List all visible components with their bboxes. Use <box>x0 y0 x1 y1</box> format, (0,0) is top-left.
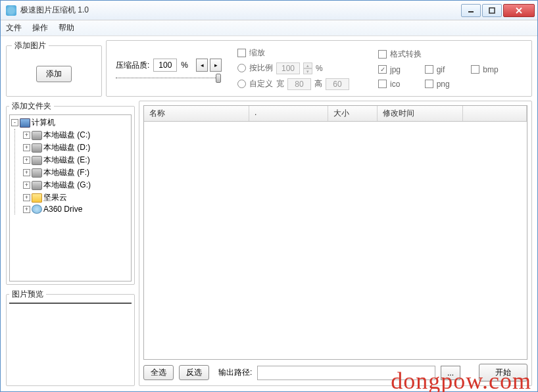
format-checkbox[interactable] <box>378 50 387 59</box>
invert-select-button[interactable]: 反选 <box>179 365 209 380</box>
folder-legend: 添加文件夹 <box>9 101 54 112</box>
tree-node[interactable]: +坚果云 <box>23 191 130 204</box>
gif-label: gif <box>437 65 445 74</box>
bmp-checkbox[interactable] <box>471 65 479 74</box>
quality-input[interactable] <box>153 59 177 72</box>
expand-icon[interactable]: + <box>23 182 30 189</box>
expand-icon[interactable]: + <box>23 132 30 139</box>
menu-file[interactable]: 文件 <box>6 22 22 34</box>
ico-label: ico <box>390 80 400 89</box>
tree-root-label[interactable]: 计算机 <box>32 117 55 128</box>
folder-icon <box>32 193 42 203</box>
tree-node-label[interactable]: 本地磁盘 (E:) <box>43 155 90 166</box>
expand-icon[interactable]: + <box>23 194 30 201</box>
settings-group: 压缩品质: % ◂ ▸ 缩放 <box>106 40 532 97</box>
ratio-percent: % <box>316 64 323 73</box>
ratio-spinner[interactable]: ▴▾ <box>303 62 312 74</box>
quality-label: 压缩品质: <box>116 60 149 71</box>
cloud-icon <box>32 205 42 214</box>
file-panel: 名称 . 大小 修改时间 全选 反选 输出路径: ... 开始 <box>139 101 532 386</box>
maximize-button[interactable] <box>482 4 502 17</box>
expand-icon[interactable]: + <box>23 206 30 213</box>
quality-down-icon[interactable]: ◂ <box>196 59 208 72</box>
output-label: 输出路径: <box>218 367 252 378</box>
folder-tree[interactable]: - 计算机 +本地磁盘 (C:)+本地磁盘 (D:)+本地磁盘 (E:)+本地磁… <box>9 114 132 282</box>
preview-legend: 图片预览 <box>9 289 46 300</box>
custom-label: 自定义 <box>249 78 273 89</box>
tree-node-label[interactable]: 坚果云 <box>43 192 67 203</box>
scale-checkbox[interactable] <box>237 49 246 57</box>
tree-node[interactable]: +本地磁盘 (C:) <box>23 129 130 141</box>
drive-icon <box>32 131 42 140</box>
titlebar: 极速图片压缩机 1.0 <box>1 1 537 20</box>
quality-up-icon[interactable]: ▸ <box>210 59 222 72</box>
tree-node[interactable]: +本地磁盘 (E:) <box>23 154 130 166</box>
ratio-label: 按比例 <box>249 62 273 74</box>
drive-icon <box>32 168 42 178</box>
folder-group: 添加文件夹 - 计算机 +本地磁盘 (C:)+本地磁盘 (D:)+本地磁盘 (E… <box>6 101 135 285</box>
start-button[interactable]: 开始 <box>479 364 527 381</box>
ico-checkbox[interactable] <box>378 80 387 88</box>
png-checkbox[interactable] <box>425 80 433 88</box>
custom-radio[interactable] <box>237 80 246 88</box>
expand-icon[interactable]: + <box>23 157 30 164</box>
col-time[interactable]: 修改时间 <box>378 106 463 121</box>
collapse-icon[interactable]: - <box>11 119 18 126</box>
list-body <box>144 122 527 359</box>
expand-icon[interactable]: + <box>23 169 30 176</box>
width-label: 宽 <box>276 78 284 89</box>
tree-node[interactable]: +本地磁盘 (D:) <box>23 141 130 154</box>
col-ext[interactable]: . <box>249 106 328 121</box>
browse-button[interactable]: ... <box>441 366 460 380</box>
window-title: 极速图片压缩机 1.0 <box>20 5 461 16</box>
bmp-label: bmp <box>483 65 498 74</box>
preview-area <box>9 303 132 304</box>
svg-rect-1 <box>489 8 495 13</box>
select-all-button[interactable]: 全选 <box>143 365 174 380</box>
col-size[interactable]: 大小 <box>328 106 378 121</box>
width-input[interactable] <box>287 78 311 90</box>
close-button[interactable] <box>503 4 535 17</box>
drive-icon <box>32 181 42 190</box>
quality-slider[interactable] <box>116 77 221 78</box>
computer-icon <box>20 118 30 128</box>
scale-label: 缩放 <box>249 47 265 59</box>
tree-node[interactable]: +A360 Drive <box>23 204 130 214</box>
menubar: 文件 操作 帮助 <box>1 20 537 36</box>
tree-node-label[interactable]: A360 Drive <box>43 205 82 214</box>
menu-operate[interactable]: 操作 <box>32 22 48 34</box>
output-path-input[interactable] <box>257 366 435 380</box>
height-label: 高 <box>314 78 322 89</box>
col-name[interactable]: 名称 <box>144 106 249 121</box>
tree-node[interactable]: +本地磁盘 (F:) <box>23 166 130 179</box>
expand-icon[interactable]: + <box>23 144 30 151</box>
quality-percent: % <box>181 61 188 70</box>
gif-checkbox[interactable] <box>425 65 433 74</box>
drive-icon <box>32 156 42 165</box>
jpg-checkbox[interactable] <box>378 65 387 74</box>
drive-icon <box>32 143 42 153</box>
menu-help[interactable]: 帮助 <box>59 22 74 34</box>
app-icon <box>6 5 16 16</box>
tree-node[interactable]: +本地磁盘 (G:) <box>23 179 130 191</box>
minimize-button[interactable] <box>461 4 481 17</box>
preview-group: 图片预览 <box>6 289 135 386</box>
add-button[interactable]: 添加 <box>36 66 72 82</box>
add-image-legend: 添加图片 <box>12 40 49 51</box>
list-header: 名称 . 大小 修改时间 <box>144 106 527 122</box>
format-label: 格式转换 <box>390 49 422 60</box>
tree-node-label[interactable]: 本地磁盘 (D:) <box>43 142 90 153</box>
tree-node-label[interactable]: 本地磁盘 (G:) <box>43 180 91 191</box>
ratio-input[interactable] <box>276 62 300 74</box>
jpg-label: jpg <box>390 65 401 74</box>
png-label: png <box>437 80 450 89</box>
tree-node-label[interactable]: 本地磁盘 (C:) <box>43 130 90 141</box>
ratio-radio[interactable] <box>237 64 246 72</box>
add-image-group: 添加图片 添加 <box>6 40 102 97</box>
file-list[interactable]: 名称 . 大小 修改时间 <box>143 105 527 360</box>
tree-node-label[interactable]: 本地磁盘 (F:) <box>43 167 89 178</box>
slider-thumb-icon[interactable] <box>216 74 221 83</box>
col-spacer <box>463 106 527 121</box>
height-input[interactable] <box>326 78 349 90</box>
